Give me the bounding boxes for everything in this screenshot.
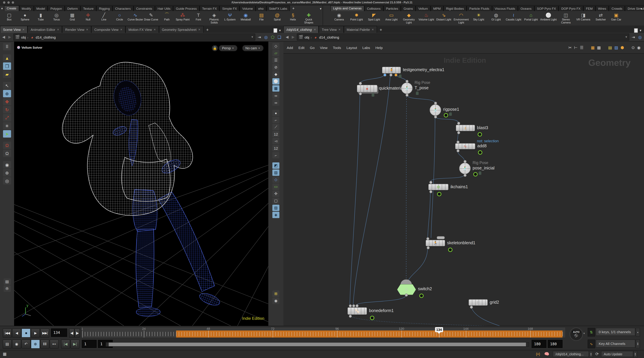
shelf-tab-terrain-fx[interactable]: Terrain FX xyxy=(200,6,220,11)
high-quality-icon[interactable]: ▩ xyxy=(272,85,280,92)
path-node[interactable]: d14_clothing xyxy=(319,35,339,39)
radial-menu-icon[interactable]: ◎ xyxy=(637,34,643,40)
display-set-icon[interactable]: ❏ xyxy=(277,34,282,40)
close-tab-icon[interactable]: ✕ xyxy=(314,28,316,31)
notes-icon[interactable]: ▤ xyxy=(608,45,612,50)
input-dot[interactable] xyxy=(456,140,460,144)
tool-camera[interactable]: ◉Camera xyxy=(330,12,348,26)
path-node[interactable]: d14_clothing xyxy=(36,35,56,39)
shelf-tab-guide-process[interactable]: Guide Process xyxy=(173,6,200,11)
radial-menu-icon[interactable]: ◎ xyxy=(263,34,269,40)
shelf-tab-particles[interactable]: Particles xyxy=(383,6,401,11)
shelf-tab-lights-cameras[interactable]: Lights and Cameras xyxy=(330,5,364,11)
tool-torus[interactable]: ◎Torus xyxy=(49,12,64,26)
auto-key-button[interactable]: AUTO ⚿ xyxy=(570,328,583,341)
profile-curves-icon[interactable]: ⌐ xyxy=(272,152,280,158)
update-mode-spinner[interactable]: ▲▼ xyxy=(633,351,637,358)
tab-render-view[interactable]: Render View✕ xyxy=(62,26,92,33)
tool-font[interactable]: TFont xyxy=(190,12,206,26)
texture-mode-icon[interactable]: ▨ xyxy=(272,170,280,176)
input-dot[interactable] xyxy=(434,102,437,105)
output-dot[interactable] xyxy=(464,174,466,177)
tool-helix[interactable]: §Helix xyxy=(285,12,301,26)
path-dropdown-icon[interactable]: ▼ xyxy=(251,36,254,38)
wind-icon[interactable]: ✣ xyxy=(272,190,280,197)
shelf-tab-polygon[interactable]: Polygon xyxy=(48,6,65,11)
pin-pane-icon[interactable]: ⇥ xyxy=(256,34,262,40)
tool-vr-camera[interactable]: ◨VR Camera xyxy=(574,12,592,26)
tool-game-camera[interactable]: ▣Gan Car xyxy=(610,12,623,26)
memory-brain-icon[interactable]: 🧠 xyxy=(544,351,550,357)
path-root[interactable]: obj xyxy=(21,35,26,39)
tool-grid[interactable]: ▦Grid xyxy=(64,12,80,26)
group-frame-icon[interactable]: ▱ xyxy=(272,50,280,56)
shelf-overflow-left-icon[interactable]: ▼ xyxy=(319,8,322,10)
play-forward-button[interactable]: ▶ xyxy=(31,328,40,338)
shelf-tab-vellum[interactable]: Vellum xyxy=(416,6,430,11)
shelf-tab-sop-pyro[interactable]: SOP Pyro FX xyxy=(534,6,559,11)
customize-icon[interactable]: ✂ xyxy=(568,45,572,50)
tool-tube[interactable]: ▮Tube xyxy=(33,12,49,26)
channel-wave-icon[interactable]: ∿ xyxy=(588,340,595,348)
tool-sky-light[interactable]: ☀Sky Light xyxy=(470,12,487,26)
view-camera-icon[interactable]: ◉ xyxy=(3,161,11,168)
scale-icon[interactable]: ⤢ xyxy=(3,114,11,122)
visualizer-eye-icon[interactable]: ◉ xyxy=(272,298,280,304)
forward-icon[interactable]: ▶ xyxy=(291,35,296,40)
persp-view-button[interactable]: Persp▼ xyxy=(219,45,238,51)
timeline-ruler[interactable]: 1 24 48 72 96 120 144 168 134 xyxy=(82,328,565,338)
tool-caustic-light[interactable]: ≀Caustic Light xyxy=(505,12,522,26)
no-lights-icon[interactable]: ⊘ xyxy=(272,64,280,70)
axis-align-icon[interactable]: ➤ xyxy=(3,130,11,138)
shelf-add-tab-button[interactable]: + xyxy=(290,6,297,11)
tool-draw-curve[interactable]: ✎Draw Curve xyxy=(143,12,159,26)
dopesheet-icon[interactable]: ⊷ xyxy=(50,340,59,348)
shelf-tab-rigid-bodies[interactable]: Rigid Bodies xyxy=(444,6,467,11)
path-root[interactable]: obj xyxy=(304,35,309,39)
output-dot[interactable] xyxy=(457,131,460,134)
jump-start-button[interactable]: |◀◀ xyxy=(3,328,12,338)
group-list-icon[interactable]: ▭ xyxy=(272,184,280,190)
cook-indicator-icon[interactable]: (▪) xyxy=(535,351,541,357)
grid-plane-icon[interactable]: ◇ xyxy=(272,43,280,49)
input-dot[interactable] xyxy=(356,304,358,307)
key-all-spinner[interactable]: ▲▼ xyxy=(636,340,640,348)
shade-close-icon[interactable]: ∞ xyxy=(272,99,280,106)
close-tab-icon[interactable]: ✕ xyxy=(22,28,24,31)
tool-gi-light[interactable]: ◍GI Light xyxy=(487,12,505,26)
background-image-icon[interactable]: ▨ xyxy=(272,205,280,211)
output-dot[interactable] xyxy=(359,92,362,95)
tab-animation-editor[interactable]: Animation Editor✕ xyxy=(28,26,62,33)
translate-icon[interactable]: ✥ xyxy=(3,98,11,105)
tool-quick-shapes[interactable]: ✚Quick Shapes xyxy=(301,12,317,26)
viewport-lock-icon[interactable]: 🔒 xyxy=(212,45,218,51)
rotate-icon[interactable]: ↻ xyxy=(3,106,11,114)
network-canvas[interactable]: Indie Edition Geometry xyxy=(284,54,644,326)
shelf-tab-deform[interactable]: Deform xyxy=(64,6,80,11)
tree-list-icon[interactable]: ⊢ xyxy=(574,45,578,50)
trails-icon[interactable]: ⟋ xyxy=(272,124,280,130)
tool-path[interactable]: ⌒Path xyxy=(159,12,175,26)
tool-line[interactable]: ╱Line xyxy=(96,12,112,26)
tab-scene-view[interactable]: Scene View✕ xyxy=(0,26,28,33)
tool-null[interactable]: ✛Null xyxy=(80,12,96,26)
tool-handle-grip-icon[interactable]: ⠿ xyxy=(3,43,11,50)
playhead-marker[interactable]: 134 xyxy=(435,327,443,332)
menu-add[interactable]: Add xyxy=(287,46,293,50)
shelf-tab-sidefx-labs[interactable]: SideFX Labs xyxy=(266,6,290,11)
color-palette-icon[interactable]: ▦ xyxy=(591,45,595,50)
back-icon[interactable]: ◀ xyxy=(285,35,290,40)
tab-geometry-spreadsheet[interactable]: Geometry Spreadsheet✕ xyxy=(159,26,204,33)
shelf-tab-characters[interactable]: Characters xyxy=(112,6,134,11)
headlight-icon[interactable]: ◆ xyxy=(272,71,280,78)
loop-mode-icon[interactable]: ↶ xyxy=(22,340,30,348)
shelf-tab-grains[interactable]: Grains xyxy=(401,6,416,11)
pane-menu-icon[interactable]: ▼ xyxy=(278,29,282,32)
close-tab-icon[interactable]: ✕ xyxy=(86,28,88,31)
close-tab-icon[interactable]: ✕ xyxy=(198,28,200,31)
tool-sphere[interactable]: ●Sphere xyxy=(17,12,33,26)
input-dot[interactable] xyxy=(457,122,460,125)
tool-box[interactable]: ▢Box xyxy=(1,12,17,26)
network-path-field[interactable]: 🎬 obj › ◕ d14_clothing ▼ xyxy=(297,34,629,40)
tool-circle[interactable]: ○Circle xyxy=(112,12,128,26)
